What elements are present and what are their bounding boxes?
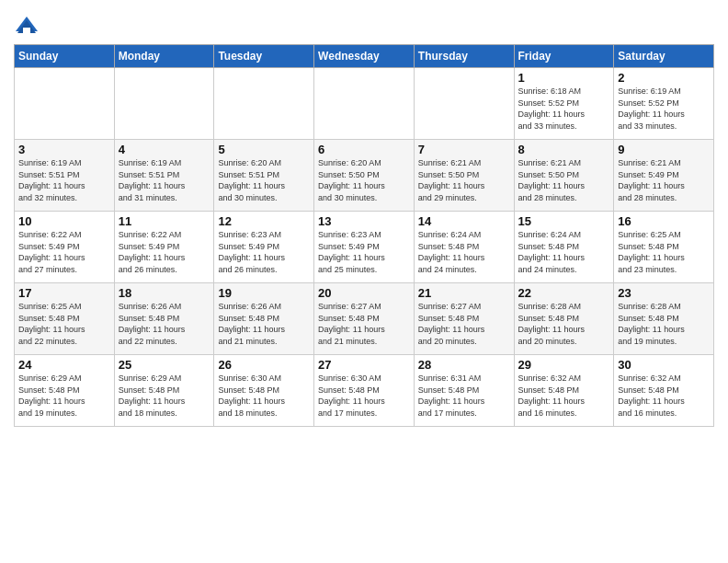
calendar-cell: 4Sunrise: 6:19 AM Sunset: 5:51 PM Daylig… xyxy=(114,140,214,212)
day-number: 21 xyxy=(418,286,510,300)
calendar-cell xyxy=(114,68,214,140)
calendar-header-friday: Friday xyxy=(514,45,614,68)
day-info: Sunrise: 6:19 AM Sunset: 5:51 PM Dayligh… xyxy=(18,157,110,203)
calendar-cell: 5Sunrise: 6:20 AM Sunset: 5:51 PM Daylig… xyxy=(214,140,314,212)
day-number: 30 xyxy=(618,358,710,372)
day-info: Sunrise: 6:21 AM Sunset: 5:50 PM Dayligh… xyxy=(518,157,610,203)
day-number: 16 xyxy=(618,214,710,228)
day-number: 8 xyxy=(518,143,610,156)
calendar-cell: 9Sunrise: 6:21 AM Sunset: 5:49 PM Daylig… xyxy=(614,140,714,212)
calendar-cell: 30Sunrise: 6:32 AM Sunset: 5:48 PM Dayli… xyxy=(614,355,714,427)
day-number: 19 xyxy=(218,286,310,300)
day-number: 27 xyxy=(318,358,410,372)
calendar-week-row: 3Sunrise: 6:19 AM Sunset: 5:51 PM Daylig… xyxy=(15,140,714,212)
day-info: Sunrise: 6:26 AM Sunset: 5:48 PM Dayligh… xyxy=(218,301,310,347)
day-number: 23 xyxy=(618,286,710,300)
day-number: 12 xyxy=(218,214,310,228)
day-number: 7 xyxy=(418,143,510,156)
calendar-cell: 24Sunrise: 6:29 AM Sunset: 5:48 PM Dayli… xyxy=(15,355,115,427)
calendar-cell: 21Sunrise: 6:27 AM Sunset: 5:48 PM Dayli… xyxy=(414,283,514,355)
day-info: Sunrise: 6:23 AM Sunset: 5:49 PM Dayligh… xyxy=(218,229,310,275)
calendar-cell: 19Sunrise: 6:26 AM Sunset: 5:48 PM Dayli… xyxy=(214,283,314,355)
day-info: Sunrise: 6:26 AM Sunset: 5:48 PM Dayligh… xyxy=(119,301,210,347)
calendar-cell: 25Sunrise: 6:29 AM Sunset: 5:48 PM Dayli… xyxy=(114,355,214,427)
day-number: 26 xyxy=(218,358,310,372)
day-info: Sunrise: 6:25 AM Sunset: 5:48 PM Dayligh… xyxy=(18,301,110,347)
day-info: Sunrise: 6:29 AM Sunset: 5:48 PM Dayligh… xyxy=(18,373,110,419)
day-number: 14 xyxy=(418,214,510,228)
day-info: Sunrise: 6:28 AM Sunset: 5:48 PM Dayligh… xyxy=(618,301,710,347)
day-number: 18 xyxy=(119,286,210,300)
calendar-cell: 23Sunrise: 6:28 AM Sunset: 5:48 PM Dayli… xyxy=(614,283,714,355)
calendar-cell: 6Sunrise: 6:20 AM Sunset: 5:50 PM Daylig… xyxy=(314,140,415,212)
calendar-cell xyxy=(214,68,314,140)
day-info: Sunrise: 6:20 AM Sunset: 5:50 PM Dayligh… xyxy=(318,157,410,203)
day-number: 6 xyxy=(318,143,410,156)
calendar-header-thursday: Thursday xyxy=(414,45,514,68)
calendar-cell xyxy=(414,68,514,140)
day-number: 4 xyxy=(119,143,210,156)
day-info: Sunrise: 6:24 AM Sunset: 5:48 PM Dayligh… xyxy=(418,229,510,275)
day-number: 11 xyxy=(119,214,210,228)
day-number: 3 xyxy=(18,143,110,156)
calendar-cell: 10Sunrise: 6:22 AM Sunset: 5:49 PM Dayli… xyxy=(15,212,115,283)
calendar-header-wednesday: Wednesday xyxy=(314,45,415,68)
calendar-cell: 27Sunrise: 6:30 AM Sunset: 5:48 PM Dayli… xyxy=(314,355,415,427)
calendar-cell: 16Sunrise: 6:25 AM Sunset: 5:48 PM Dayli… xyxy=(614,212,714,283)
calendar-header-saturday: Saturday xyxy=(614,45,714,68)
day-number: 9 xyxy=(618,143,710,156)
day-info: Sunrise: 6:21 AM Sunset: 5:49 PM Dayligh… xyxy=(618,157,710,203)
calendar-header-row: SundayMondayTuesdayWednesdayThursdayFrid… xyxy=(15,45,714,68)
calendar-cell: 26Sunrise: 6:30 AM Sunset: 5:48 PM Dayli… xyxy=(214,355,314,427)
day-number: 29 xyxy=(518,358,610,372)
day-number: 25 xyxy=(119,358,210,372)
day-info: Sunrise: 6:22 AM Sunset: 5:49 PM Dayligh… xyxy=(18,229,110,275)
day-number: 1 xyxy=(518,71,610,85)
day-number: 5 xyxy=(218,143,310,156)
calendar-cell: 29Sunrise: 6:32 AM Sunset: 5:48 PM Dayli… xyxy=(514,355,614,427)
day-info: Sunrise: 6:31 AM Sunset: 5:48 PM Dayligh… xyxy=(418,373,510,419)
calendar-cell: 12Sunrise: 6:23 AM Sunset: 5:49 PM Dayli… xyxy=(214,212,314,283)
svg-rect-3 xyxy=(23,28,30,33)
day-info: Sunrise: 6:24 AM Sunset: 5:48 PM Dayligh… xyxy=(518,229,610,275)
day-info: Sunrise: 6:30 AM Sunset: 5:48 PM Dayligh… xyxy=(218,373,310,419)
day-number: 10 xyxy=(18,214,110,228)
calendar-week-row: 17Sunrise: 6:25 AM Sunset: 5:48 PM Dayli… xyxy=(15,283,714,355)
day-info: Sunrise: 6:22 AM Sunset: 5:49 PM Dayligh… xyxy=(119,229,210,275)
day-info: Sunrise: 6:27 AM Sunset: 5:48 PM Dayligh… xyxy=(418,301,510,347)
calendar-cell xyxy=(15,68,115,140)
calendar-week-row: 1Sunrise: 6:18 AM Sunset: 5:52 PM Daylig… xyxy=(15,68,714,140)
calendar-cell: 15Sunrise: 6:24 AM Sunset: 5:48 PM Dayli… xyxy=(514,212,614,283)
calendar-cell: 7Sunrise: 6:21 AM Sunset: 5:50 PM Daylig… xyxy=(414,140,514,212)
day-info: Sunrise: 6:18 AM Sunset: 5:52 PM Dayligh… xyxy=(518,86,610,132)
day-number: 13 xyxy=(318,214,410,228)
calendar-cell: 3Sunrise: 6:19 AM Sunset: 5:51 PM Daylig… xyxy=(15,140,115,212)
calendar-cell: 28Sunrise: 6:31 AM Sunset: 5:48 PM Dayli… xyxy=(414,355,514,427)
day-info: Sunrise: 6:27 AM Sunset: 5:48 PM Dayligh… xyxy=(318,301,410,347)
calendar-cell: 8Sunrise: 6:21 AM Sunset: 5:50 PM Daylig… xyxy=(514,140,614,212)
calendar-week-row: 10Sunrise: 6:22 AM Sunset: 5:49 PM Dayli… xyxy=(15,212,714,283)
day-info: Sunrise: 6:32 AM Sunset: 5:48 PM Dayligh… xyxy=(618,373,710,419)
day-number: 28 xyxy=(418,358,510,372)
calendar-week-row: 24Sunrise: 6:29 AM Sunset: 5:48 PM Dayli… xyxy=(15,355,714,427)
day-info: Sunrise: 6:30 AM Sunset: 5:48 PM Dayligh… xyxy=(318,373,410,419)
page-container: SundayMondayTuesdayWednesdayThursdayFrid… xyxy=(0,0,728,431)
day-info: Sunrise: 6:19 AM Sunset: 5:52 PM Dayligh… xyxy=(618,86,710,132)
day-info: Sunrise: 6:28 AM Sunset: 5:48 PM Dayligh… xyxy=(518,301,610,347)
day-number: 17 xyxy=(18,286,110,300)
day-number: 15 xyxy=(518,214,610,228)
day-number: 2 xyxy=(618,71,710,85)
calendar-cell: 18Sunrise: 6:26 AM Sunset: 5:48 PM Dayli… xyxy=(114,283,214,355)
calendar-cell: 20Sunrise: 6:27 AM Sunset: 5:48 PM Dayli… xyxy=(314,283,415,355)
calendar-cell: 1Sunrise: 6:18 AM Sunset: 5:52 PM Daylig… xyxy=(514,68,614,140)
logo xyxy=(14,13,43,39)
calendar-cell: 13Sunrise: 6:23 AM Sunset: 5:49 PM Dayli… xyxy=(314,212,415,283)
calendar-cell xyxy=(314,68,415,140)
calendar-cell: 2Sunrise: 6:19 AM Sunset: 5:52 PM Daylig… xyxy=(614,68,714,140)
calendar-table: SundayMondayTuesdayWednesdayThursdayFrid… xyxy=(14,44,714,427)
calendar-cell: 22Sunrise: 6:28 AM Sunset: 5:48 PM Dayli… xyxy=(514,283,614,355)
day-number: 22 xyxy=(518,286,610,300)
calendar-cell: 14Sunrise: 6:24 AM Sunset: 5:48 PM Dayli… xyxy=(414,212,514,283)
calendar-header-sunday: Sunday xyxy=(15,45,115,68)
calendar-header-monday: Monday xyxy=(114,45,214,68)
